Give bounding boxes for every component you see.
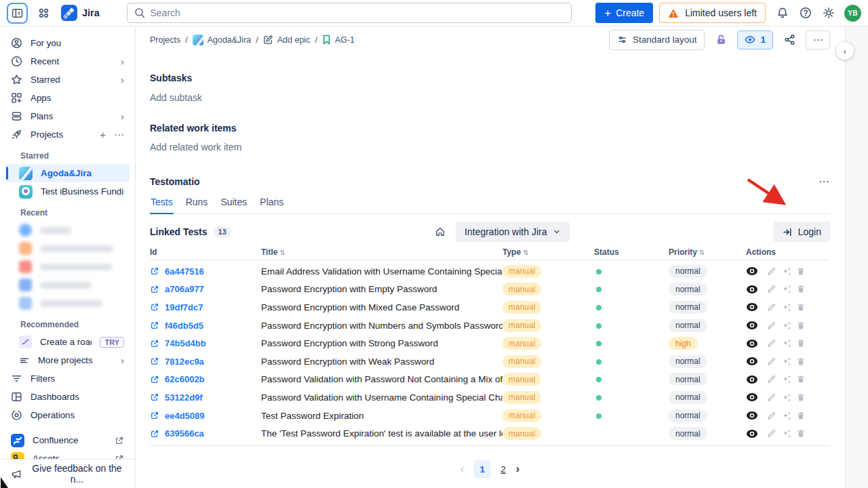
share-button[interactable] bbox=[779, 30, 800, 49]
login-button[interactable]: Login bbox=[774, 222, 830, 242]
sidebar-item-create-roadmap[interactable]: Create a roadmap TRY bbox=[5, 333, 130, 351]
table-row[interactable]: 6a447516 Email Address Validation with U… bbox=[150, 262, 830, 281]
view-test-button[interactable] bbox=[746, 339, 758, 348]
issue-more-button[interactable]: ⋯ bbox=[806, 30, 830, 49]
tab-suites[interactable]: Suites bbox=[220, 197, 248, 214]
table-row[interactable]: 74b5d4bb Password Encryption with Strong… bbox=[150, 334, 830, 352]
sidebar-item-starred[interactable]: Starred › bbox=[5, 70, 130, 89]
row-id-text[interactable]: 7812ec9a bbox=[165, 357, 204, 367]
sidebar-project-agoda-jira[interactable]: Agoda&Jira bbox=[5, 164, 130, 182]
col-header-status[interactable]: Status bbox=[594, 247, 669, 257]
pagination-prev-button[interactable]: ‹ bbox=[460, 463, 464, 475]
row-id-text[interactable]: a706a977 bbox=[165, 284, 204, 294]
add-project-button[interactable]: + bbox=[100, 129, 106, 140]
edit-test-button[interactable] bbox=[766, 428, 776, 439]
global-search[interactable] bbox=[127, 3, 572, 23]
col-header-type[interactable]: Type⇅ bbox=[502, 247, 594, 257]
help-button[interactable] bbox=[795, 2, 816, 24]
view-test-button[interactable] bbox=[746, 375, 758, 384]
edit-test-button[interactable] bbox=[766, 411, 776, 421]
tab-runs[interactable]: Runs bbox=[185, 197, 209, 214]
sidebar-toggle-button[interactable] bbox=[7, 3, 28, 24]
sidebar-item-apps[interactable]: Apps bbox=[5, 89, 130, 107]
table-row[interactable]: a706a977 Password Encryption with Empty … bbox=[150, 281, 830, 299]
ai-generate-button[interactable] bbox=[781, 302, 791, 312]
view-test-button[interactable] bbox=[746, 429, 758, 439]
recent-project-item[interactable] bbox=[5, 239, 130, 258]
delete-test-button[interactable] bbox=[796, 357, 806, 367]
ai-generate-button[interactable] bbox=[781, 266, 791, 277]
sidebar-item-recent[interactable]: Recent › bbox=[5, 52, 130, 70]
sidebar-item-projects[interactable]: Projects + ⋯ bbox=[5, 125, 130, 144]
unlock-button[interactable] bbox=[711, 30, 731, 49]
tab-tests[interactable]: Tests bbox=[150, 197, 174, 214]
delete-test-button[interactable] bbox=[796, 302, 806, 312]
col-header-priority[interactable]: Priority⇅ bbox=[669, 247, 746, 257]
ai-generate-button[interactable] bbox=[781, 374, 791, 384]
recent-project-item[interactable] bbox=[5, 276, 130, 294]
notifications-button[interactable] bbox=[772, 2, 793, 24]
sidebar-item-for-you[interactable]: For you bbox=[5, 34, 130, 52]
delete-test-button[interactable] bbox=[796, 321, 806, 331]
view-test-button[interactable] bbox=[746, 266, 758, 276]
delete-test-button[interactable] bbox=[796, 266, 806, 277]
edit-test-button[interactable] bbox=[766, 266, 776, 277]
app-switcher-button[interactable] bbox=[33, 2, 54, 24]
sidebar-item-dashboards[interactable]: Dashboards bbox=[5, 388, 130, 406]
sidebar-item-assets[interactable]: Assets bbox=[5, 449, 130, 459]
search-input[interactable] bbox=[151, 7, 564, 18]
row-id-text[interactable]: 62c6002b bbox=[165, 374, 205, 384]
standard-layout-button[interactable]: Standard layout bbox=[609, 30, 705, 50]
edit-test-button[interactable] bbox=[766, 338, 776, 348]
recent-project-item[interactable] bbox=[5, 258, 130, 276]
breadcrumb-add-epic[interactable]: Add epic bbox=[263, 35, 311, 45]
edit-test-button[interactable] bbox=[766, 357, 776, 367]
settings-button[interactable] bbox=[818, 2, 840, 24]
edit-test-button[interactable] bbox=[766, 302, 776, 312]
delete-test-button[interactable] bbox=[796, 338, 806, 348]
ai-generate-button[interactable] bbox=[781, 284, 791, 294]
tab-plans[interactable]: Plans bbox=[259, 197, 284, 214]
table-row[interactable]: 639566ca The 'Test Password Expiration' … bbox=[150, 424, 830, 443]
view-test-button[interactable] bbox=[746, 357, 758, 366]
projects-more-button[interactable]: ⋯ bbox=[114, 129, 124, 140]
sidebar-project-test-ibusiness[interactable]: Test iBusiness Funding bbox=[5, 182, 130, 201]
pagination-next-button[interactable]: › bbox=[516, 463, 519, 475]
ai-generate-button[interactable] bbox=[781, 411, 791, 421]
edit-test-button[interactable] bbox=[766, 284, 776, 294]
breadcrumb-project[interactable]: Agoda&Jira bbox=[193, 35, 252, 45]
breadcrumb-issue[interactable]: AG-1 bbox=[322, 35, 355, 45]
table-row[interactable]: 7812ec9a Password Encryption with Weak P… bbox=[150, 352, 830, 371]
edit-test-button[interactable] bbox=[766, 392, 776, 403]
create-button[interactable]: + Create bbox=[595, 3, 653, 23]
row-id-text[interactable]: 6a447516 bbox=[165, 266, 204, 277]
row-id-text[interactable]: 639566ca bbox=[165, 428, 204, 439]
ai-generate-button[interactable] bbox=[781, 357, 791, 367]
ai-generate-button[interactable] bbox=[781, 428, 791, 439]
table-row[interactable]: 53122d9f Password Validation with Userna… bbox=[150, 388, 830, 407]
delete-test-button[interactable] bbox=[796, 284, 806, 294]
row-id-text[interactable]: 19df7dc7 bbox=[165, 302, 203, 312]
ai-generate-button[interactable] bbox=[781, 321, 791, 331]
row-id-text[interactable]: 53122d9f bbox=[165, 392, 203, 403]
expand-panel-button[interactable]: ‹ bbox=[836, 42, 854, 60]
watchers-button[interactable]: 1 bbox=[737, 30, 773, 49]
sidebar-item-confluence[interactable]: Confluence bbox=[5, 431, 130, 449]
view-test-button[interactable] bbox=[746, 392, 758, 402]
sidebar-item-filters[interactable]: Filters bbox=[5, 369, 130, 388]
breadcrumb-projects[interactable]: Projects bbox=[150, 35, 180, 45]
view-test-button[interactable] bbox=[746, 285, 758, 294]
view-test-button[interactable] bbox=[746, 302, 758, 312]
add-subtask-button[interactable]: Add subtask bbox=[150, 92, 202, 103]
limited-users-button[interactable]: Limited users left bbox=[659, 3, 766, 23]
row-id-text[interactable]: f46db5d5 bbox=[165, 321, 203, 331]
sidebar-item-more-projects[interactable]: More projects › bbox=[5, 351, 130, 369]
recent-project-item[interactable] bbox=[5, 294, 130, 312]
user-avatar[interactable]: YB bbox=[844, 5, 861, 22]
jira-logo[interactable]: Jira bbox=[56, 5, 106, 21]
row-id-text[interactable]: ee4d5089 bbox=[165, 411, 205, 421]
sidebar-item-operations[interactable]: Operations bbox=[5, 406, 130, 424]
table-row[interactable]: 19df7dc7 Password Encryption with Mixed … bbox=[150, 298, 830, 317]
col-header-id[interactable]: Id bbox=[150, 247, 261, 257]
delete-test-button[interactable] bbox=[796, 411, 806, 421]
